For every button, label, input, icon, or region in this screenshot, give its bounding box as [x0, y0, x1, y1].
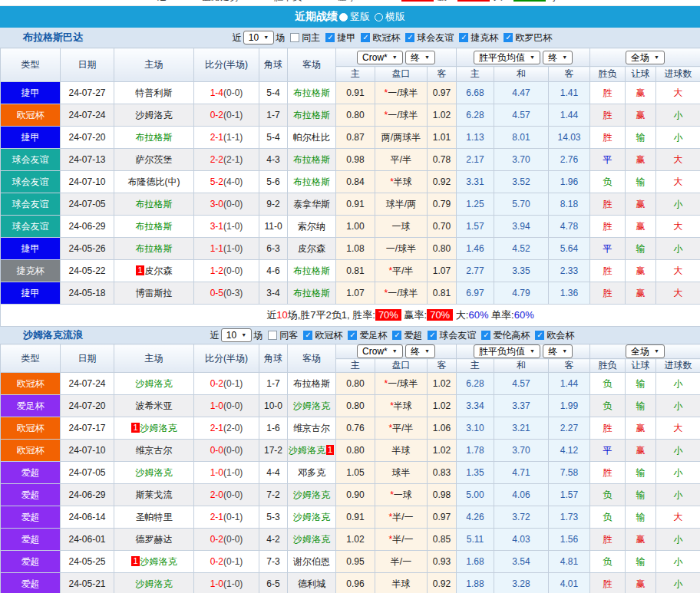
home-team-name[interactable]: 布拉格斯: [136, 199, 173, 209]
score-cell: 5-2(4-0): [194, 171, 259, 193]
home-team-name[interactable]: 沙姆洛克: [140, 556, 177, 567]
away-team-cell: 邓多克: [288, 462, 336, 484]
away-team-name[interactable]: 布拉格斯: [293, 176, 330, 187]
column-header: 主场: [114, 344, 194, 373]
away-team-name[interactable]: 沙姆洛克: [293, 534, 330, 545]
away-team-name[interactable]: 皮尔森: [298, 243, 325, 254]
home-team-name[interactable]: 沙姆洛克: [136, 110, 173, 120]
goals-result-cell: 小: [656, 462, 700, 484]
filter-checkbox-1[interactable]: [303, 331, 312, 340]
home-team-name[interactable]: 特普利斯: [136, 87, 173, 98]
filter-checkbox-3[interactable]: [405, 33, 414, 42]
filter-checkbox-4[interactable]: [428, 331, 437, 340]
league-badge: 爱超: [1, 551, 61, 573]
goals-result-cell: 小: [656, 529, 700, 551]
home-team-name[interactable]: 沙姆洛克: [136, 578, 173, 589]
filter-checkbox-1[interactable]: [325, 33, 335, 42]
away-team-name[interactable]: 谢尔伯恩: [293, 556, 330, 567]
home-team-name[interactable]: 布拉格斯: [136, 243, 173, 254]
home-team-name[interactable]: 布隆德比(中): [128, 176, 180, 187]
handicap-cell: *半球: [375, 395, 428, 417]
away-team-name[interactable]: 布拉格斯: [293, 378, 330, 389]
full-time-score: 1-2: [210, 265, 223, 276]
away-team-name[interactable]: 布拉格斯: [293, 288, 330, 298]
league-badge: 欧冠杯: [1, 104, 61, 127]
home-team-name[interactable]: 德罗赫达: [136, 534, 173, 545]
result-cell: 胜: [590, 462, 626, 484]
layout-radio-horizontal-label[interactable]: 横版: [385, 10, 405, 24]
away-team-name[interactable]: 沙姆洛克: [289, 445, 325, 456]
away-team-cell: 沙姆洛克: [288, 484, 336, 506]
result-cell: 负: [590, 171, 626, 193]
home-team-name[interactable]: 博雷斯拉: [136, 288, 173, 298]
home-team-name[interactable]: 圣帕特里: [136, 512, 173, 522]
home-team-name[interactable]: 皮尔森: [145, 265, 173, 276]
scope-select[interactable]: 全场▼: [626, 51, 665, 64]
odds-time-select[interactable]: 终▼: [405, 344, 435, 358]
dropdown-value: 终: [411, 346, 420, 357]
avg-type-select[interactable]: 胜平负均值▼: [474, 344, 540, 358]
filter-checkbox-0[interactable]: [290, 33, 299, 42]
recent-results-title-bar: 近期战绩 竖版 横版: [0, 6, 700, 28]
avg-home-cell: 1.88: [457, 573, 494, 593]
filter-checkbox-2[interactable]: [348, 331, 357, 340]
avg-away-cell: 14.03: [549, 127, 590, 149]
home-team-name[interactable]: 萨尔茨堡: [136, 154, 173, 165]
avg-time-select[interactable]: 终▼: [543, 344, 573, 358]
home-team-name[interactable]: 波希米亚: [136, 400, 173, 411]
odds-company-select[interactable]: Crow*▼: [357, 344, 403, 358]
home-team-name[interactable]: 斯莱戈流: [136, 489, 173, 500]
chevron-down-icon: ▼: [392, 346, 398, 357]
odds-company-select[interactable]: Crow*▼: [357, 51, 403, 64]
away-team-name[interactable]: 维京古尔: [293, 423, 330, 433]
filter-checkbox-6[interactable]: [535, 331, 544, 340]
away-team-name[interactable]: 索尔纳: [298, 221, 325, 232]
avg-time-select[interactable]: 终▼: [543, 51, 573, 64]
filter-checkbox-3[interactable]: [392, 331, 401, 340]
recent-count-select[interactable]: 10▼: [221, 328, 252, 342]
away-team-name[interactable]: 帕尔杜比: [293, 132, 330, 143]
avg-type-select[interactable]: 胜平负均值▼: [474, 51, 540, 64]
layout-radio-vertical-label[interactable]: 竖版: [350, 10, 370, 24]
away-team-cell: 泰拿华斯: [288, 193, 336, 216]
home-team-name[interactable]: 沙姆洛克: [136, 467, 173, 478]
away-team-name[interactable]: 布拉格斯: [293, 265, 330, 276]
legend-color-swatch: [513, 0, 546, 2]
away-team-name[interactable]: 德利城: [298, 578, 325, 589]
home-team-name[interactable]: 维京古尔: [136, 445, 173, 456]
league-badge: 欧冠杯: [1, 417, 61, 440]
away-team-name[interactable]: 布拉格斯: [293, 154, 330, 165]
recent-count-select[interactable]: 10▼: [243, 31, 274, 44]
home-team-name[interactable]: 沙姆洛克: [140, 423, 177, 433]
match-row: 球会友谊24-06-29布拉格斯3-1(1-0)11-0索尔纳1.00一球0.7…: [1, 216, 700, 238]
away-team-name[interactable]: 沙姆洛克: [293, 512, 330, 522]
away-odds-cell: 0.70: [428, 216, 457, 238]
home-team-name[interactable]: 布拉格斯: [136, 221, 173, 232]
filter-checkbox-5[interactable]: [504, 33, 513, 42]
home-team-name[interactable]: 沙姆洛克: [136, 378, 173, 389]
filter-checkbox-0[interactable]: [268, 331, 277, 340]
away-team-name[interactable]: 邓多克: [298, 467, 325, 478]
scope-select[interactable]: 全场▼: [626, 344, 665, 358]
filter-checkbox-5[interactable]: [481, 331, 490, 340]
away-team-name[interactable]: 布拉格斯: [293, 110, 330, 120]
layout-radio-horizontal[interactable]: [375, 13, 383, 21]
away-team-name[interactable]: 沙姆洛克: [293, 489, 330, 500]
column-header: 主场: [114, 48, 194, 82]
goals-result-cell: 大: [656, 216, 700, 238]
away-team-name[interactable]: 沙姆洛克: [293, 400, 330, 411]
home-team-name[interactable]: 布拉格斯: [136, 132, 173, 143]
corners-cell: 4-2: [259, 529, 288, 551]
full-time-score: 2-0: [210, 489, 223, 500]
away-team-name[interactable]: 泰拿华斯: [293, 199, 330, 209]
layout-radio-vertical[interactable]: [339, 13, 348, 21]
match-row: 捷甲24-07-20布拉格斯2-1(1-1)5-4帕尔杜比0.87两/两球半1.…: [1, 127, 700, 149]
away-team-name[interactable]: 布拉格斯: [293, 87, 330, 98]
filter-checkbox-4[interactable]: [459, 33, 468, 42]
half-time-score: (0-0): [223, 489, 243, 500]
score-cell: 1-1(1-0): [194, 238, 259, 260]
odds-time-select[interactable]: 终▼: [405, 51, 435, 64]
filter-checkbox-2[interactable]: [361, 33, 370, 42]
corners-cell: 1-7: [259, 104, 288, 127]
page-title: 近期战绩: [295, 10, 338, 24]
